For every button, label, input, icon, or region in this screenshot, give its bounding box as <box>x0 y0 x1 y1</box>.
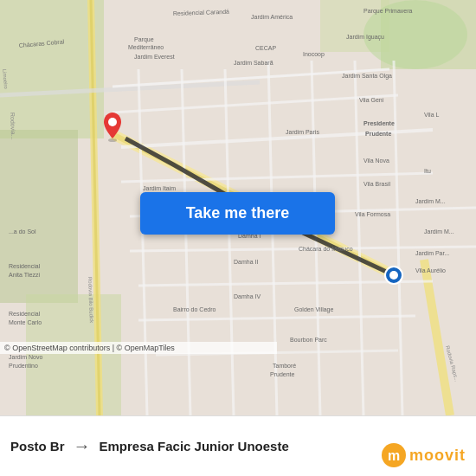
svg-text:Golden Village: Golden Village <box>294 306 334 313</box>
svg-text:Vila Formosa: Vila Formosa <box>355 211 390 217</box>
svg-text:Tamboré: Tamboré <box>273 363 296 369</box>
arrow-icon: → <box>74 436 91 456</box>
svg-text:Vila Geni: Vila Geni <box>359 97 384 103</box>
svg-text:m: m <box>388 448 400 463</box>
destination-label: Empresa Facic Junior Unoeste <box>100 439 289 453</box>
copyright-text: © OpenStreetMap contributors | © OpenMap… <box>4 344 175 352</box>
svg-text:Jardim Paris: Jardim Paris <box>286 129 319 135</box>
bottom-bar: Posto Br → Empresa Facic Junior Unoeste … <box>0 415 476 476</box>
svg-text:Bourbon Parc: Bourbon Parc <box>290 337 327 343</box>
svg-text:Residencial: Residencial <box>9 263 41 269</box>
svg-text:Parque: Parque <box>134 36 154 43</box>
svg-text:Chácara do Macuco: Chácara do Macuco <box>299 246 353 252</box>
svg-point-79 <box>389 271 398 280</box>
svg-text:Inocoop: Inocoop <box>303 51 325 58</box>
svg-text:Vila Brasil: Vila Brasil <box>363 181 390 187</box>
svg-text:Prudentino: Prudentino <box>9 363 38 369</box>
svg-text:Parque Primavera: Parque Primavera <box>363 8 413 15</box>
svg-text:Jardim Santa Olga: Jardim Santa Olga <box>342 73 392 80</box>
svg-text:Presidente: Presidente <box>363 120 395 126</box>
svg-text:Residencial: Residencial <box>9 311 41 317</box>
svg-text:Jardim Itaim: Jardim Itaim <box>143 185 176 191</box>
svg-point-80 <box>108 138 117 142</box>
moovit-logo-icon: m <box>382 443 406 467</box>
svg-text:Monte Carlo: Monte Carlo <box>9 319 42 325</box>
svg-text:Jardim Par...: Jardim Par... <box>415 250 449 256</box>
svg-point-81 <box>108 118 117 126</box>
svg-text:Jardim Novo: Jardim Novo <box>9 354 42 360</box>
svg-text:Jardim América: Jardim América <box>251 14 293 20</box>
map-container: Residencial Carandá Jardim América Parqu… <box>0 0 476 415</box>
svg-text:Jardim M...: Jardim M... <box>424 228 454 235</box>
svg-text:Mediterrâneo: Mediterrâneo <box>128 44 164 50</box>
svg-text:Jardim M...: Jardim M... <box>415 198 446 204</box>
origin-label: Posto Br <box>10 439 65 453</box>
svg-text:Bairro do Cedro: Bairro do Cedro <box>173 306 216 312</box>
svg-text:CECAP: CECAP <box>255 45 276 51</box>
svg-text:Prudente: Prudente <box>365 131 391 137</box>
moovit-logo-text: moovit <box>409 447 466 465</box>
svg-text:Itu: Itu <box>424 168 431 174</box>
svg-text:Damha II: Damha II <box>234 259 258 265</box>
svg-text:Rodovia...: Rodovia... <box>10 113 16 140</box>
take-me-there-button[interactable]: Take me there <box>140 192 335 235</box>
svg-text:...a do Sol: ...a do Sol <box>9 228 36 235</box>
svg-text:Jardim Iguaçu: Jardim Iguaçu <box>346 34 384 41</box>
moovit-logo: m moovit <box>382 443 466 467</box>
copyright-bar: © OpenStreetMap contributors | © OpenMap… <box>0 342 277 354</box>
svg-text:Jardim Everest: Jardim Everest <box>134 54 175 60</box>
svg-text:Vila Nova: Vila Nova <box>363 158 389 164</box>
svg-text:Jardim Sabarã: Jardim Sabarã <box>234 60 273 66</box>
svg-text:Vila Aurélio: Vila Aurélio <box>415 267 446 273</box>
svg-text:Anita Tlezzi: Anita Tlezzi <box>9 272 40 278</box>
svg-text:Vila L: Vila L <box>424 112 439 118</box>
svg-text:Prudente: Prudente <box>270 371 295 377</box>
svg-text:Damha IV: Damha IV <box>234 293 261 299</box>
